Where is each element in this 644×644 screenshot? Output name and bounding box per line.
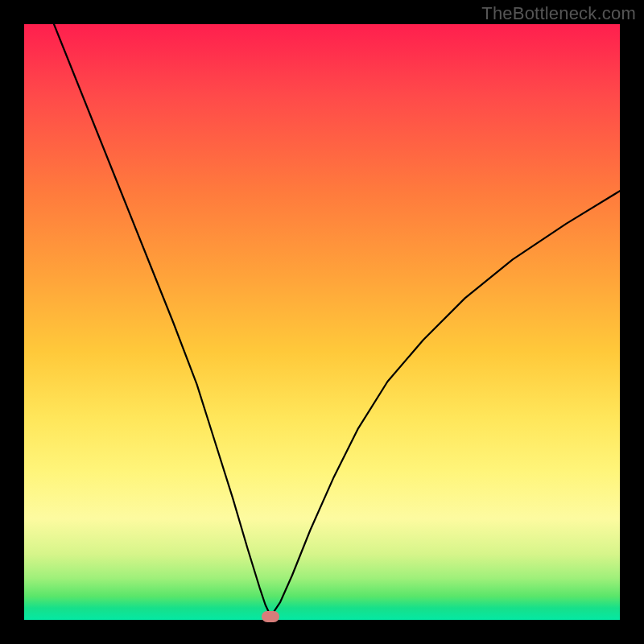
chart-frame: TheBottleneck.com bbox=[0, 0, 644, 644]
optimum-marker bbox=[262, 611, 279, 622]
curve-right-branch bbox=[270, 191, 620, 616]
bottleneck-curve bbox=[24, 24, 620, 620]
curve-left-branch bbox=[54, 24, 270, 617]
watermark-text: TheBottleneck.com bbox=[481, 3, 636, 24]
chart-gradient-area bbox=[24, 24, 620, 620]
